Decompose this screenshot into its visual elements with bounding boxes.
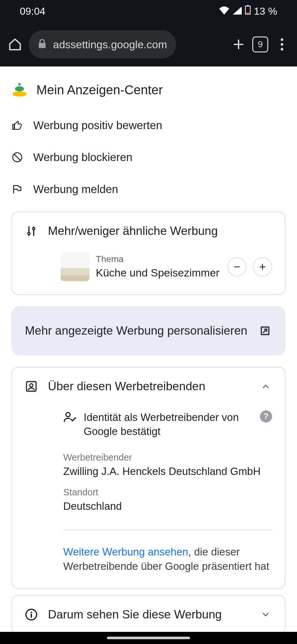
svg-point-15 [30,384,33,387]
status-bar: 09:04 13 % [0,0,297,22]
advertiser-value: Zwilling J.A. Henckels Deutschland GmbH [63,465,272,477]
page-title: Mein Anzeigen-Center [36,83,163,97]
action-report[interactable]: Werbung melden [0,173,297,205]
signal-icon [233,5,242,17]
page-header: Mein Anzeigen-Center [0,66,297,109]
svg-point-5 [281,43,283,46]
similar-ads-header: Mehr/weniger ähnliche Werbung [12,212,285,250]
svg-point-13 [33,228,35,230]
location-label: Standort [63,487,272,498]
svg-point-8 [15,86,24,91]
svg-point-16 [66,413,70,417]
similar-ads-card: Mehr/weniger ähnliche Werbung Thema Küch… [11,212,286,295]
status-time: 09:04 [20,5,45,17]
identity-text: Identität als Werbetreibender von Google… [84,410,252,439]
similar-ads-title: Mehr/weniger ähnliche Werbung [48,224,272,238]
browser-bar: adssettings.google.com 9 [0,22,297,66]
info-icon [25,608,38,621]
svg-point-19 [31,611,32,613]
chevron-up-icon [259,380,272,393]
svg-point-9 [12,91,27,97]
identity-row: Identität als Werbetreibender von Google… [12,405,285,448]
svg-line-11 [14,154,20,160]
new-tab-button[interactable] [231,36,247,52]
url-text: adssettings.google.com [53,38,167,51]
sliders-icon [25,225,38,237]
overflow-menu-button[interactable] [274,36,290,52]
battery-icon [245,5,251,17]
action-block-label: Werbung blockieren [33,151,133,164]
help-icon[interactable]: ? [260,410,272,423]
topic-value: Küche und Speisezimmer [96,266,221,280]
svg-point-6 [281,48,283,50]
open-external-icon [258,324,272,338]
verified-person-icon [63,410,76,423]
person-badge-icon [25,380,38,393]
location-value: Deutschland [63,500,272,512]
advertiser-header[interactable]: Über diesen Werbetreibenden [12,368,285,405]
personalize-card[interactable]: Mehr angezeigte Werbung personalisieren [11,306,286,355]
topic-label: Thema [96,254,221,264]
advertiser-title: Über diesen Werbetreibenden [48,380,249,393]
system-nav-bar [0,632,297,644]
topic-thumbnail [61,252,89,281]
action-report-label: Werbung melden [33,183,118,196]
svg-point-7 [18,83,21,86]
svg-rect-3 [39,43,45,48]
wifi-icon [219,5,230,17]
action-block[interactable]: Werbung blockieren [0,141,297,173]
why-card: Darum sehen Sie diese Werbung [11,595,286,634]
more-ads-text: Weitere Werbung ansehen, die dieser Werb… [12,530,285,588]
action-like-label: Werbung positiv bewerten [33,119,162,132]
why-title: Darum sehen Sie diese Werbung [48,608,249,621]
why-header[interactable]: Darum sehen Sie diese Werbung [12,596,285,633]
more-button[interactable] [253,257,272,276]
svg-rect-2 [246,12,250,14]
personalize-text: Mehr angezeigte Werbung personalisieren [25,323,252,339]
topic-row: Thema Küche und Speisezimmer [12,250,285,294]
svg-point-12 [28,232,30,235]
flag-icon [11,183,23,195]
advertiser-label: Werbetreibender [63,452,272,463]
home-button[interactable] [7,36,23,52]
url-bar[interactable]: adssettings.google.com [29,30,176,58]
more-ads-link[interactable]: Weitere Werbung ansehen [63,546,188,558]
svg-point-4 [281,38,283,41]
lock-icon [38,39,47,50]
page-content: Mein Anzeigen-Center Werbung positiv bew… [0,66,297,634]
action-like[interactable]: Werbung positiv bewerten [0,109,297,141]
block-icon [11,151,23,163]
ads-center-logo-icon [11,82,27,98]
tab-switcher[interactable]: 9 [252,36,268,52]
thumbs-up-icon [11,120,23,131]
advertiser-card: Über diesen Werbetreibenden Identität al… [11,367,286,589]
chevron-down-icon [259,608,272,621]
battery-pct: 13 % [254,5,277,17]
nav-pill[interactable] [107,637,190,639]
status-right: 13 % [219,5,277,17]
advertiser-kv-block: Werbetreibender Zwilling J.A. Henckels D… [12,448,285,526]
less-button[interactable] [227,257,247,276]
